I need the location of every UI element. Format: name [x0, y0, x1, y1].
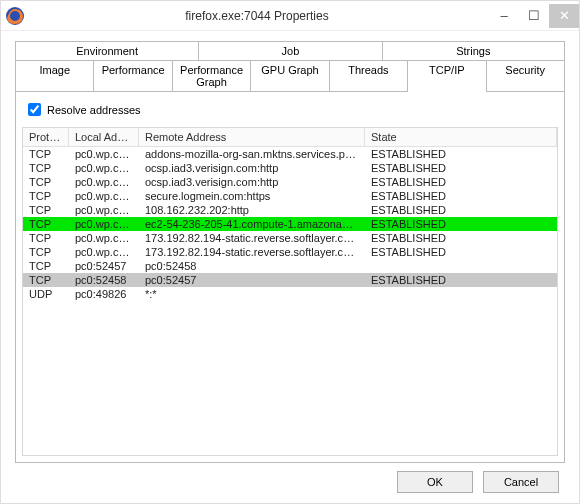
column-local[interactable]: Local Add...: [69, 128, 139, 146]
tab-performance[interactable]: Performance: [93, 60, 171, 91]
table-row[interactable]: TCPpc0.wp.co...secure.logmein.com:httpsE…: [23, 189, 557, 203]
window-controls: – ☐ ✕: [489, 4, 579, 28]
cell-local: pc0.wp.co...: [69, 147, 139, 161]
tab-gpu-graph[interactable]: GPU Graph: [250, 60, 328, 91]
grid-body[interactable]: TCPpc0.wp.co...addons-mozilla-org-san.mk…: [23, 147, 557, 455]
tab-job[interactable]: Job: [198, 41, 381, 60]
cell-remote: 173.192.82.194-static.reverse.softlayer.…: [139, 231, 365, 245]
cell-local: pc0:49826: [69, 287, 139, 301]
cell-protocol: TCP: [23, 175, 69, 189]
column-state[interactable]: State: [365, 128, 557, 146]
tab-strings[interactable]: Strings: [382, 41, 565, 60]
cell-protocol: UDP: [23, 287, 69, 301]
cell-protocol: TCP: [23, 231, 69, 245]
tab-container: Environment Job Strings Image Performanc…: [15, 41, 565, 463]
cell-state: ESTABLISHED: [365, 273, 557, 287]
dialog-footer: OK Cancel: [15, 463, 565, 493]
cell-state: ESTABLISHED: [365, 147, 557, 161]
tab-environment[interactable]: Environment: [15, 41, 198, 60]
cell-state: ESTABLISHED: [365, 175, 557, 189]
window-title: firefox.exe:7044 Properties: [25, 9, 489, 23]
tab-image[interactable]: Image: [15, 60, 93, 91]
resolve-addresses-text: Resolve addresses: [47, 104, 141, 116]
tab-security[interactable]: Security: [486, 60, 565, 91]
cell-state: ESTABLISHED: [365, 189, 557, 203]
properties-window: firefox.exe:7044 Properties – ☐ ✕ Enviro…: [0, 0, 580, 504]
cell-protocol: TCP: [23, 217, 69, 231]
cell-protocol: TCP: [23, 203, 69, 217]
cell-remote: ocsp.iad3.verisign.com:http: [139, 175, 365, 189]
column-protocol[interactable]: Proto...: [23, 128, 69, 146]
close-button[interactable]: ✕: [549, 4, 579, 28]
cell-state: ESTABLISHED: [365, 231, 557, 245]
table-row[interactable]: TCPpc0.wp.co...108.162.232.202:httpESTAB…: [23, 203, 557, 217]
cell-protocol: TCP: [23, 245, 69, 259]
cell-local: pc0.wp.co...: [69, 189, 139, 203]
cell-state: [365, 287, 557, 301]
resolve-addresses-label[interactable]: Resolve addresses: [24, 100, 558, 119]
maximize-button[interactable]: ☐: [519, 4, 549, 28]
cell-protocol: TCP: [23, 161, 69, 175]
tab-threads[interactable]: Threads: [329, 60, 407, 91]
cell-remote: 173.192.82.194-static.reverse.softlayer.…: [139, 245, 365, 259]
resolve-addresses-checkbox[interactable]: [28, 103, 41, 116]
table-row[interactable]: TCPpc0.wp.co...173.192.82.194-static.rev…: [23, 245, 557, 259]
cell-local: pc0:52458: [69, 273, 139, 287]
cell-remote: ocsp.iad3.verisign.com:http: [139, 161, 365, 175]
cell-local: pc0.wp.co...: [69, 203, 139, 217]
cell-remote: pc0:52457: [139, 273, 365, 287]
firefox-icon: [5, 6, 25, 26]
cell-remote: ec2-54-236-205-41.compute-1.amazonaws.co…: [139, 217, 365, 231]
cell-protocol: TCP: [23, 273, 69, 287]
cell-local: pc0.wp.co...: [69, 231, 139, 245]
table-row[interactable]: UDPpc0:49826*:*: [23, 287, 557, 301]
table-row[interactable]: TCPpc0.wp.co...ec2-54-236-205-41.compute…: [23, 217, 557, 231]
cell-remote: 108.162.232.202:http: [139, 203, 365, 217]
minimize-button[interactable]: –: [489, 4, 519, 28]
cell-protocol: TCP: [23, 147, 69, 161]
cell-remote: *:*: [139, 287, 365, 301]
tab-performance-graph[interactable]: Performance Graph: [172, 60, 250, 91]
titlebar[interactable]: firefox.exe:7044 Properties – ☐ ✕: [1, 1, 579, 31]
table-row[interactable]: TCPpc0:52457pc0:52458: [23, 259, 557, 273]
cell-protocol: TCP: [23, 189, 69, 203]
tab-row-2: Image Performance Performance Graph GPU …: [15, 60, 565, 91]
column-remote[interactable]: Remote Address: [139, 128, 365, 146]
table-row[interactable]: TCPpc0.wp.co...173.192.82.194-static.rev…: [23, 231, 557, 245]
content-area: Environment Job Strings Image Performanc…: [1, 31, 579, 503]
table-row[interactable]: TCPpc0.wp.co...ocsp.iad3.verisign.com:ht…: [23, 161, 557, 175]
cancel-button[interactable]: Cancel: [483, 471, 559, 493]
grid-header: Proto... Local Add... Remote Address Sta…: [23, 128, 557, 147]
cell-state: ESTABLISHED: [365, 217, 557, 231]
tab-tcpip[interactable]: TCP/IP: [407, 60, 485, 91]
tab-row-1: Environment Job Strings: [15, 41, 565, 60]
cell-state: ESTABLISHED: [365, 203, 557, 217]
connections-grid: Proto... Local Add... Remote Address Sta…: [22, 127, 558, 456]
cell-local: pc0:52457: [69, 259, 139, 273]
cell-state: [365, 259, 557, 273]
table-row[interactable]: TCPpc0.wp.co...ocsp.iad3.verisign.com:ht…: [23, 175, 557, 189]
cell-protocol: TCP: [23, 259, 69, 273]
cell-state: ESTABLISHED: [365, 161, 557, 175]
table-row[interactable]: TCPpc0.wp.co...addons-mozilla-org-san.mk…: [23, 147, 557, 161]
cell-local: pc0.wp.co...: [69, 217, 139, 231]
cell-local: pc0.wp.co...: [69, 245, 139, 259]
ok-button[interactable]: OK: [397, 471, 473, 493]
cell-local: pc0.wp.co...: [69, 175, 139, 189]
cell-remote: addons-mozilla-org-san.mktns.services.ph…: [139, 147, 365, 161]
svg-point-1: [10, 11, 20, 21]
cell-remote: pc0:52458: [139, 259, 365, 273]
cell-remote: secure.logmein.com:https: [139, 189, 365, 203]
table-row[interactable]: TCPpc0:52458pc0:52457ESTABLISHED: [23, 273, 557, 287]
cell-state: ESTABLISHED: [365, 245, 557, 259]
cell-local: pc0.wp.co...: [69, 161, 139, 175]
tcpip-panel: Resolve addresses Proto... Local Add... …: [15, 91, 565, 463]
